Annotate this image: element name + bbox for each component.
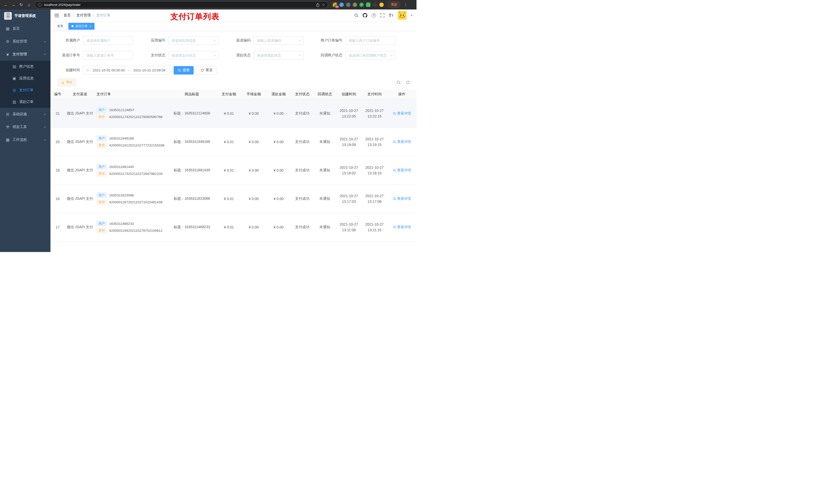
address-bar[interactable]: i localhost:1024/pay/order ☆ <box>35 1 328 8</box>
col-amount: 支付金额 <box>216 90 241 99</box>
notify-status-select[interactable] <box>345 51 396 60</box>
refund-status-select[interactable] <box>254 51 304 60</box>
cell-channel <box>65 241 95 252</box>
date-text: 2021-10-27 <box>362 193 387 199</box>
bookmark-star-icon[interactable]: ☆ <box>322 3 325 7</box>
browser-home-icon[interactable]: ⌂ <box>26 2 32 8</box>
extensions-area: 10 ✓ <box>331 3 386 7</box>
col-channel: 支付渠道 <box>65 90 95 99</box>
cell-status: 支付成功 <box>291 127 313 156</box>
sidebar-item-refund-order[interactable]: ▥ 退款订单 <box>0 96 50 108</box>
date-end-input[interactable] <box>132 68 167 72</box>
cell-notify: 未通知 <box>313 156 336 184</box>
browser-reload-icon[interactable]: ↻ <box>18 2 25 8</box>
cell-action: 查看详情 <box>387 184 416 213</box>
chevron-down-icon <box>44 40 46 42</box>
browser-update-button[interactable]: 更新 <box>388 2 400 8</box>
extension-icon[interactable]: 10 <box>333 3 337 7</box>
extension-icon[interactable] <box>346 3 351 7</box>
cell-paid: 2021-10-2713:22:15 <box>362 99 387 127</box>
channel-code-select[interactable] <box>254 36 304 45</box>
refresh-table-icon[interactable] <box>406 80 410 85</box>
close-icon[interactable]: × <box>89 25 91 28</box>
extension-icon[interactable] <box>353 3 357 7</box>
app-no-select[interactable] <box>168 36 218 45</box>
breadcrumb: 首页 / 支付管理 / 支付订单 <box>64 13 111 18</box>
date-range-picker[interactable]: - <box>83 66 170 74</box>
date-text: 2021-10-27 <box>362 136 387 142</box>
owner-merchant-input[interactable] <box>83 36 133 45</box>
extension-icon[interactable] <box>366 3 371 7</box>
search-icon[interactable] <box>354 12 358 19</box>
app-logo[interactable]: 芋道管理系统 <box>0 9 50 22</box>
search-button[interactable]: 搜索 <box>174 66 194 74</box>
extension-icon[interactable]: ✓ <box>359 3 364 7</box>
merchant-tag-badge: 商户 <box>97 164 107 170</box>
sidebar-item-pay-order[interactable]: ◎ 支付订单 <box>0 84 50 96</box>
filter-owner-merchant: 所属商户 <box>58 36 133 45</box>
cell-refund: ¥ 0.00 <box>266 127 291 156</box>
cell-amount: ¥ 0.01 <box>216 213 241 241</box>
question-glyph: ? <box>372 13 376 18</box>
share-icon[interactable] <box>316 3 319 7</box>
extension-icon[interactable] <box>379 3 384 7</box>
fullscreen-icon[interactable] <box>380 12 384 19</box>
time-text: 13:22:05 <box>337 114 361 119</box>
merchant-order-no-input[interactable] <box>345 36 396 45</box>
extension-icon[interactable] <box>373 3 377 7</box>
merchant-tag-badge: 商户 <box>97 221 107 226</box>
cell-channel: 微信 JSAPI 支付 <box>65 156 95 184</box>
view-detail-link[interactable]: 查看详情 <box>393 111 411 116</box>
table-toolbar: 导出 <box>50 79 416 86</box>
view-detail-link[interactable]: 查看详情 <box>393 168 411 173</box>
extension-badge: 10 <box>335 5 339 8</box>
monitor-icon: ⊞ <box>5 112 10 117</box>
sidebar-item-label: 基础设施 <box>13 112 42 117</box>
channel-order-no-input[interactable] <box>83 51 133 60</box>
extension-icon[interactable] <box>339 3 344 7</box>
time-text: 13:17:03 <box>337 199 361 205</box>
help-icon[interactable]: ? <box>372 12 376 19</box>
sidebar-toggle-icon[interactable] <box>54 14 59 17</box>
user-avatar[interactable] <box>398 11 406 20</box>
sidebar-item-home[interactable]: ▦ 首页 <box>0 22 50 35</box>
toggle-search-icon[interactable] <box>397 80 401 85</box>
browser-menu-dots-icon[interactable]: ⋮ <box>402 2 409 8</box>
cell-notify: 未通知 <box>313 127 336 156</box>
breadcrumb-parent[interactable]: 支付管理 <box>76 13 91 18</box>
font-size-icon[interactable]: T T <box>389 13 394 18</box>
sidebar-item-merchant-info[interactable]: ▤ 商户信息 <box>0 61 50 72</box>
filter-app-no: 应用编号 <box>143 36 218 45</box>
date-start-input[interactable] <box>91 68 127 72</box>
tab-pay-order[interactable]: 支付订单 × <box>68 23 95 30</box>
cell-status: 支付成功 <box>291 184 313 213</box>
cell-amount: ¥ 0.01 <box>216 184 241 213</box>
view-detail-label: 查看详情 <box>397 140 411 144</box>
sidebar-item-app-info[interactable]: ▣ 应用信息 <box>0 72 50 84</box>
sidebar-item-pay[interactable]: ¥ 支付管理 <box>0 48 50 61</box>
cell-refund <box>266 241 291 252</box>
cell-order: 商户1635311823086 支付4200001167202110271022… <box>95 184 167 213</box>
browser-back-icon[interactable]: ← <box>3 2 9 8</box>
site-info-icon[interactable]: i <box>38 3 42 7</box>
sidebar-item-label: 系统管理 <box>13 39 42 44</box>
view-detail-link[interactable]: 查看详情 <box>393 140 411 144</box>
pay-status-select[interactable] <box>168 51 218 60</box>
target-icon: ◎ <box>12 88 17 93</box>
github-icon[interactable] <box>363 12 367 19</box>
browser-forward-icon[interactable]: → <box>10 2 17 8</box>
sidebar-item-workflow[interactable]: ▩ 工作流程 <box>0 134 50 146</box>
view-detail-link[interactable]: 查看详情 <box>393 225 411 230</box>
user-dropdown-caret-icon[interactable]: ▾ <box>411 14 412 17</box>
tab-home[interactable]: 首页 <box>54 23 66 30</box>
sidebar-item-devtool[interactable]: ⚒ 研发工具 <box>0 121 50 134</box>
export-button[interactable]: 导出 <box>58 79 76 86</box>
sidebar-item-system[interactable]: ⚙ 系统管理 <box>0 35 50 48</box>
breadcrumb-home[interactable]: 首页 <box>64 13 71 18</box>
view-detail-link[interactable]: 查看详情 <box>393 196 411 201</box>
chevron-down-icon <box>44 125 46 127</box>
sidebar-item-infra[interactable]: ⊞ 基础设施 <box>0 108 50 121</box>
cell-order: 商户1635312124657 支付4200001174202110278060… <box>95 99 167 127</box>
cell-id: 17 <box>50 213 65 241</box>
reset-button[interactable]: 重置 <box>197 66 217 74</box>
